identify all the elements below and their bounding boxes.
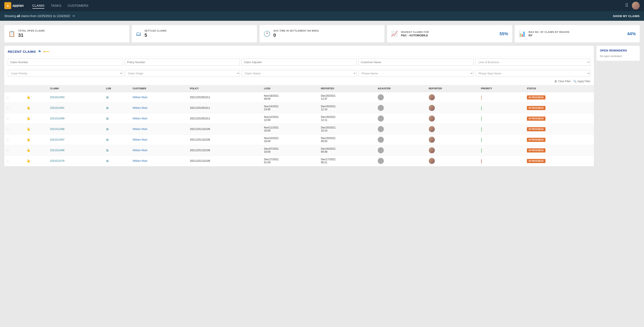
claim-number-link[interactable]: 2021012486 xyxy=(50,149,64,152)
no-reminders-text: No open reminders xyxy=(600,55,636,58)
nav-item-customers[interactable]: CUSTOMERS xyxy=(68,3,88,9)
claim-number-link[interactable]: 2021012488 xyxy=(50,128,64,131)
action-cell: 👆 xyxy=(25,124,48,135)
customer-name-input[interactable] xyxy=(358,59,474,66)
clear-filter-button[interactable]: 🗑 Clear Filter xyxy=(554,80,571,83)
action-hand-icon[interactable]: 👆 xyxy=(26,117,30,120)
loss-cell: Nov/11/202116:00 xyxy=(262,124,319,135)
claim-number-input[interactable] xyxy=(8,59,123,66)
settled-claims-icon: 🗂 xyxy=(136,31,141,37)
action-hand-icon[interactable]: 👆 xyxy=(26,138,30,141)
max-region-sub: NY xyxy=(528,34,624,37)
action-hand-icon[interactable]: 👆 xyxy=(26,106,30,110)
subheader: Showing all claims from 10/25/2021 to 1/… xyxy=(0,11,644,21)
claim-number-link[interactable]: 2021012491 xyxy=(50,106,64,109)
reporter-cell xyxy=(427,124,479,135)
max-region-badge: 44% xyxy=(627,31,636,36)
status-cell: IN PROGRESS xyxy=(525,113,594,124)
action-hand-icon[interactable]: 👆 xyxy=(26,159,30,163)
apply-filter-button[interactable]: 🔍 Apply Filter xyxy=(573,80,590,83)
policy-cell: 20211251052311 xyxy=(188,113,262,124)
line-of-business-select[interactable]: Line of Business xyxy=(475,59,590,66)
priority-cell: | xyxy=(479,156,525,166)
policy-cell: 20211251052311 xyxy=(188,92,262,103)
customer-name-link[interactable]: William Mark xyxy=(133,106,148,109)
settled-claims-value: 5 xyxy=(144,33,166,38)
adjuster-cell xyxy=(376,135,427,145)
user-avatar[interactable] xyxy=(632,2,640,10)
action-hand-icon[interactable]: 👆 xyxy=(26,95,30,99)
nav-item-tasks[interactable]: TASKS xyxy=(51,3,61,9)
nav-item-claims[interactable]: CLAIMS xyxy=(32,3,44,9)
claim-status-select[interactable]: Claim Status xyxy=(242,70,357,77)
stat-card-highest-claims: 📈 HIGHEST CLAIMS FOR P&C - AUTOMOBILE 55… xyxy=(387,25,512,42)
phase-name-select[interactable]: Phase Name xyxy=(358,70,474,77)
reporter-avatar xyxy=(429,94,435,100)
priority-icon: | xyxy=(481,116,482,121)
customer-name-link[interactable]: William Mark xyxy=(133,128,148,131)
reported-cell: Dec/20/202112:14 xyxy=(319,103,376,113)
table-row: ☆ 👆 2021012488 ⊞ William Mark 2021125113… xyxy=(4,124,594,135)
claim-number-link[interactable]: 2021012489 xyxy=(50,117,64,120)
avg-time-icon: 🕐 xyxy=(264,31,270,37)
table-row: ☆ 👆 2021012493 ⊞ William Mark 2021125105… xyxy=(4,92,594,103)
action-hand-icon[interactable]: 👆 xyxy=(26,127,30,131)
policy-number-input[interactable] xyxy=(125,59,240,66)
claim-number-cell: 2021012488 xyxy=(48,124,104,135)
lob-cell: ⊞ xyxy=(104,92,131,103)
col-action xyxy=(25,85,48,92)
table-row: ☆ 👆 2021012489 ⊞ William Mark 2021125105… xyxy=(4,113,594,124)
reporter-avatar xyxy=(429,116,435,122)
claim-number-cell: 2021012491 xyxy=(48,103,104,113)
logo-icon: a xyxy=(4,2,11,9)
reported-cell: Dec/20/202110:14 xyxy=(319,124,376,135)
customer-name-link[interactable]: William Mark xyxy=(133,96,148,99)
lob-grid-icon: ⊞ xyxy=(106,96,109,99)
case-priority-select[interactable]: Case Priority xyxy=(8,70,123,77)
policy-cell: 20211251132106 xyxy=(188,145,262,156)
stat-card-max-region: 📊 MAX NO. OF CLAIMS BY REGION NY 44% xyxy=(515,25,640,42)
customer-name-link[interactable]: William Mark xyxy=(133,159,148,162)
favorite-star-icon[interactable]: ☆ xyxy=(6,159,9,163)
claims-table-container: CLAIM# LOB CUSTOMER POLICY LOSS REPORTED… xyxy=(4,85,594,166)
phase-step-name-select[interactable]: Phase Step Name xyxy=(475,70,590,77)
claim-number-link[interactable]: 2021012487 xyxy=(50,138,64,141)
customer-name-link[interactable]: William Mark xyxy=(133,149,148,152)
grid-menu-icon[interactable]: ⠿ xyxy=(625,3,628,9)
customer-name-link[interactable]: William Mark xyxy=(133,138,148,141)
show-my-claims-button[interactable]: SHOW MY CLAIMS xyxy=(613,15,640,18)
favorite-star-icon[interactable]: ☆ xyxy=(6,127,9,131)
favorite-star-icon[interactable]: ☆ xyxy=(6,138,9,142)
priority-icon: | xyxy=(481,159,482,163)
priority-icon: | xyxy=(481,127,482,132)
claim-origin-select[interactable]: Claim Origin xyxy=(125,70,240,77)
action-hand-icon[interactable]: 👆 xyxy=(26,148,30,152)
favorite-star-icon[interactable]: ☆ xyxy=(6,106,9,110)
favorite-star-icon[interactable]: ☆ xyxy=(6,96,9,99)
loss-cell: Nov/10/202116:00 xyxy=(262,135,319,145)
star-cell: ☆ xyxy=(4,145,25,156)
favorite-star-icon[interactable]: ☆ xyxy=(6,117,9,120)
priority-icon: | xyxy=(481,95,482,100)
reported-cell: Dec/20/202112:47 xyxy=(319,92,376,103)
edit-date-icon[interactable]: ✏ xyxy=(72,14,75,18)
favorite-star-icon[interactable]: ☆ xyxy=(6,149,9,152)
col-reported: REPORTED xyxy=(319,85,376,92)
apply-filter-icon: 🔍 xyxy=(573,80,576,83)
reported-cell: Dec/17/202108:21 xyxy=(319,156,376,166)
claim-number-cell: 2021012486 xyxy=(48,145,104,156)
filter-icon[interactable]: ⚑ xyxy=(38,50,41,54)
reported-cell: Dec/20/202112:11 xyxy=(319,113,376,124)
recent-claims-title: RECENT CLAIMS xyxy=(8,50,36,54)
customer-cell: William Mark xyxy=(131,103,188,113)
adjuster-avatar xyxy=(378,147,384,153)
policy-cell: 20211251132106 xyxy=(188,156,262,166)
claim-adjuster-input[interactable] xyxy=(242,59,357,66)
claim-number-link[interactable]: 2021012493 xyxy=(50,96,64,99)
status-cell: IN PROGRESS xyxy=(525,92,594,103)
customer-name-link[interactable]: William Mark xyxy=(133,117,148,120)
adjuster-cell xyxy=(376,124,427,135)
claim-number-link[interactable]: 2021012478 xyxy=(50,159,64,162)
max-region-label: MAX NO. OF CLAIMS BY REGION xyxy=(528,31,624,33)
adjuster-avatar xyxy=(378,137,384,143)
